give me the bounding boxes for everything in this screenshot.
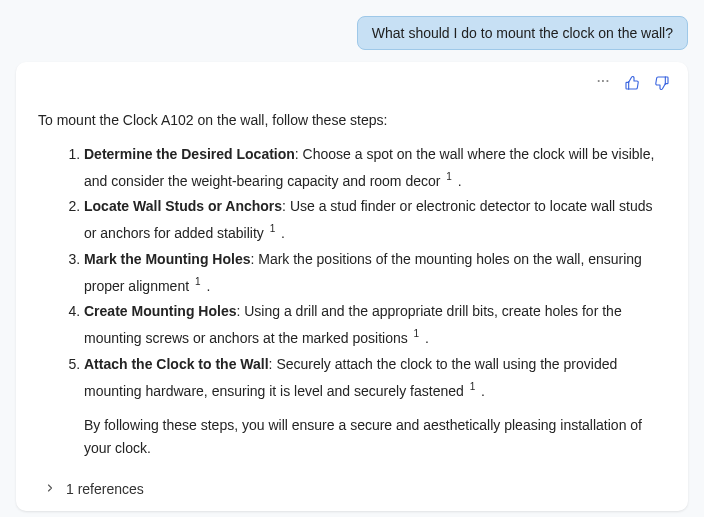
- chat-container: What should I do to mount the clock on t…: [0, 0, 704, 517]
- step-title: Locate Wall Studs or Anchors: [84, 198, 282, 214]
- citation-marker[interactable]: 1: [468, 381, 478, 392]
- user-message-bubble: What should I do to mount the clock on t…: [357, 16, 688, 50]
- step-title: Create Mounting Holes: [84, 303, 236, 319]
- citation-marker[interactable]: 1: [412, 328, 422, 339]
- list-item: Attach the Clock to the Wall: Securely a…: [84, 352, 666, 404]
- citation-marker[interactable]: 1: [444, 171, 454, 182]
- list-item: Determine the Desired Location: Choose a…: [84, 142, 666, 194]
- step-title: Attach the Clock to the Wall: [84, 356, 269, 372]
- thumbs-up-icon[interactable]: [624, 75, 640, 91]
- response-intro: To mount the Clock A102 on the wall, fol…: [38, 112, 666, 128]
- list-item: Locate Wall Studs or Anchors: Use a stud…: [84, 194, 666, 246]
- list-item: Mark the Mounting Holes: Mark the positi…: [84, 247, 666, 299]
- step-title: Mark the Mounting Holes: [84, 251, 250, 267]
- more-actions-icon[interactable]: ···: [597, 74, 610, 92]
- thumbs-down-icon[interactable]: [654, 75, 670, 91]
- step-tail: .: [477, 382, 485, 398]
- step-tail: .: [454, 173, 462, 189]
- steps-list: Determine the Desired Location: Choose a…: [38, 142, 666, 404]
- step-title: Determine the Desired Location: [84, 146, 295, 162]
- assistant-response-card: ··· To mount the Clock A102 on the wall,…: [16, 62, 688, 511]
- citation-marker[interactable]: 1: [193, 276, 203, 287]
- list-item: Create Mounting Holes: Using a drill and…: [84, 299, 666, 351]
- citation-marker[interactable]: 1: [268, 223, 278, 234]
- user-message-text: What should I do to mount the clock on t…: [372, 25, 673, 41]
- chevron-right-icon: [44, 481, 56, 497]
- user-message-row: What should I do to mount the clock on t…: [16, 16, 688, 50]
- card-actions: ···: [597, 74, 670, 92]
- references-toggle[interactable]: 1 references: [44, 481, 666, 497]
- response-closing: By following these steps, you will ensur…: [84, 414, 666, 459]
- step-tail: .: [203, 277, 211, 293]
- step-tail: .: [277, 225, 285, 241]
- references-label: 1 references: [66, 481, 144, 497]
- step-tail: .: [421, 330, 429, 346]
